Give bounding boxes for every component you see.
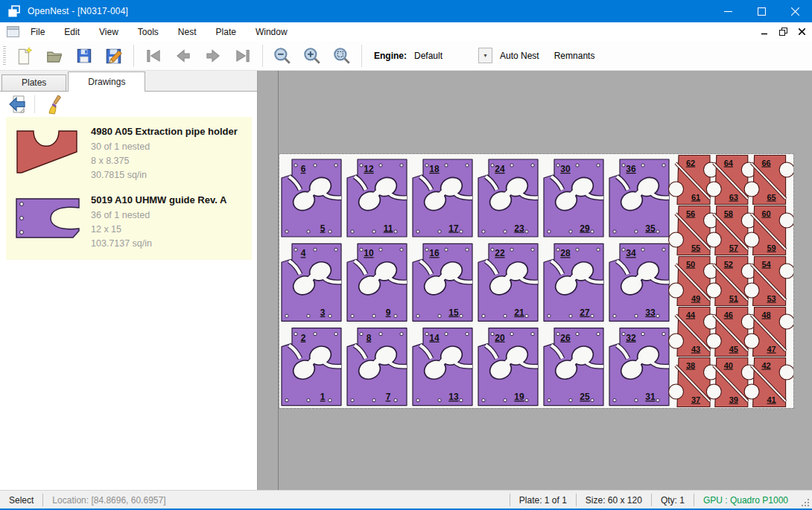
nest-pair-purple[interactable]: 1615 [413,243,472,321]
svg-text:29: 29 [580,223,590,234]
nest-pair-purple[interactable]: 2221 [478,243,538,321]
svg-text:19: 19 [514,392,524,402]
svg-text:66: 66 [761,159,770,168]
nest-pair-purple[interactable]: 2019 [478,328,538,406]
nav-next-button[interactable] [202,45,224,67]
menu-file[interactable]: File [22,24,53,40]
nest-pair-purple[interactable]: 2625 [544,328,603,406]
save-as-button[interactable] [103,45,125,67]
save-button[interactable] [73,45,95,67]
nest-pair-red[interactable]: 5049 [669,257,719,306]
status-location: Location: [84.8696, 60.6957] [43,495,174,506]
nav-prev-button[interactable] [172,45,194,67]
svg-text:15: 15 [448,307,459,318]
mdi-close-button[interactable] [793,25,810,39]
toolbar-grip[interactable] [3,46,6,66]
mdi-minimize-button[interactable] [756,25,773,39]
save-icon [74,46,94,66]
svg-text:58: 58 [724,209,733,218]
menu-nest[interactable]: Nest [170,24,205,40]
menu-plate[interactable]: Plate [208,24,244,40]
remnants-button[interactable]: Remnants [547,47,603,65]
svg-text:2: 2 [301,333,306,343]
nest-pair-purple[interactable]: 65 [282,159,341,237]
drawings-list: 4980 A05 Extraction pipe holder 30 of 1 … [6,117,252,260]
engine-value: Default [411,51,478,61]
mdi-restore-button[interactable] [775,25,791,39]
nest-pair-purple[interactable]: 21 [282,328,341,406]
svg-text:38: 38 [686,361,695,370]
svg-text:31: 31 [645,392,656,402]
nav-last-button[interactable] [232,45,254,67]
nest-pair-purple[interactable]: 3029 [544,159,603,237]
zoom-out-button[interactable] [271,45,294,67]
mdi-close-icon [799,28,805,35]
mdi-child-icon[interactable] [7,26,19,37]
nest-pair-red[interactable]: 3837 [669,358,719,407]
return-drawing-button[interactable] [6,93,28,115]
svg-text:61: 61 [691,193,700,202]
svg-text:20: 20 [495,333,505,343]
nest-pair-purple[interactable]: 3635 [609,159,669,237]
toolbar-separator [361,45,362,67]
nav-next-icon [203,46,223,66]
svg-text:27: 27 [580,307,590,318]
nest-pair-red[interactable]: 5655 [669,206,719,255]
svg-text:52: 52 [724,260,733,269]
nest-pair-purple[interactable]: 1413 [413,328,472,406]
window-title: OpenNest - [N0317-004] [28,6,128,16]
minimize-icon [724,7,732,16]
nest-pair-red[interactable]: 4443 [669,307,719,357]
svg-text:13: 13 [448,392,459,402]
nest-pair-purple[interactable]: 3231 [609,328,669,406]
tab-plates[interactable]: Plates [1,74,66,91]
nav-last-icon [233,46,253,66]
open-button[interactable] [43,45,66,67]
nest-pair-purple[interactable]: 2423 [478,159,538,237]
maximize-button[interactable] [745,0,778,22]
zoom-in-icon [302,46,322,66]
new-file-icon [15,46,34,66]
chevron-down-icon[interactable]: ▾ [478,48,492,63]
minimize-button[interactable] [711,0,745,22]
nest-pair-purple[interactable]: 1211 [347,159,407,237]
nest-pair-purple[interactable]: 1817 [413,159,472,237]
new-button[interactable] [13,45,36,67]
svg-text:8: 8 [367,333,372,343]
nav-first-button[interactable] [142,45,165,67]
svg-text:5: 5 [320,223,326,234]
menu-edit[interactable]: Edit [56,24,88,40]
zoom-in-button[interactable] [301,45,323,67]
panel-separator [34,95,35,113]
drawing-area: 30.7815 sq/in [91,168,247,182]
drawing-item-extraction-pipe-holder[interactable]: 4980 A05 Extraction pipe holder 30 of 1 … [6,120,252,188]
svg-text:11: 11 [384,223,393,234]
nest-pair-red[interactable]: 6261 [669,156,719,205]
resize-grip[interactable] [800,497,811,508]
menu-view[interactable]: View [91,24,127,40]
nest-pair-purple[interactable]: 3433 [609,243,669,321]
zoom-extents-button[interactable] [331,45,353,67]
nest-pair-purple[interactable]: 109 [347,243,407,321]
tab-drawings[interactable]: Drawings [68,71,145,92]
svg-text:47: 47 [767,345,775,354]
menu-window[interactable]: Window [247,24,296,40]
auto-nest-button[interactable]: Auto Nest [492,47,547,65]
drawing-item-uhmw-guide[interactable]: 5019 A10 UHMW guide Rev. A 36 of 1 neste… [6,188,252,257]
nest-pair-purple[interactable]: 43 [282,243,341,321]
canvas-guide-line [278,71,279,490]
plate[interactable]: 6512111817242330293635431091615222128273… [279,154,793,408]
return-drawing-icon [7,94,28,115]
svg-text:23: 23 [514,223,524,234]
nav-prev-icon [174,46,193,66]
clear-button[interactable] [44,93,66,115]
engine-combobox[interactable]: Default ▾ [411,48,492,64]
close-button[interactable] [778,0,812,22]
nest-pair-purple[interactable]: 2827 [544,243,603,321]
svg-text:64: 64 [724,159,734,168]
nest-pair-purple[interactable]: 87 [347,328,407,406]
menu-tools[interactable]: Tools [130,24,167,40]
nest-canvas[interactable]: 6512111817242330293635431091615222128273… [258,71,812,490]
svg-text:24: 24 [495,164,505,174]
app-window: OpenNest - [N0317-004] File Edit View To… [0,0,812,510]
